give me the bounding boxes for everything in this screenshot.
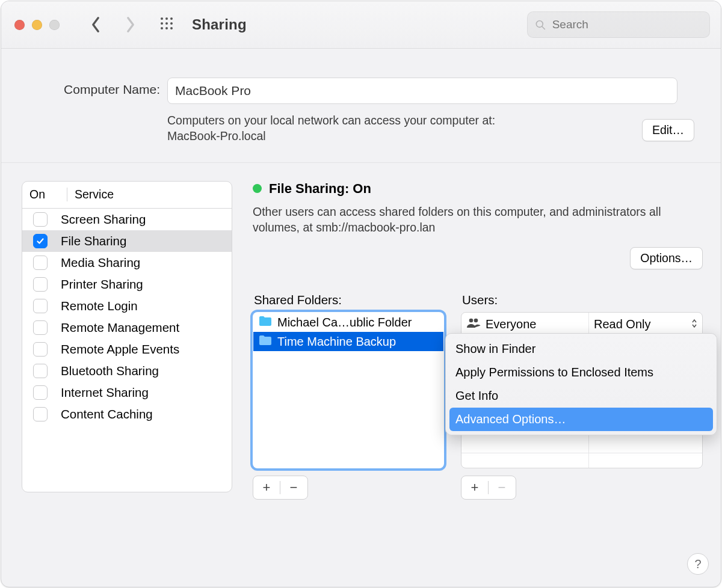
context-menu-item[interactable]: Advanced Options… [449, 408, 713, 431]
computer-name-input[interactable] [167, 78, 677, 104]
chevron-left-icon [90, 16, 101, 33]
service-toggle-checkbox[interactable] [33, 299, 48, 313]
computer-name-section: Computer Name: Computers on your local n… [1, 49, 721, 163]
options-button[interactable]: Options… [630, 247, 703, 269]
computer-name-description: Computers on your local network can acce… [167, 112, 588, 144]
remove-user-button: − [489, 480, 515, 495]
svg-point-2 [170, 17, 173, 20]
window-controls [14, 20, 60, 30]
services-col-service: Service [67, 188, 114, 201]
service-label: Remote Management [61, 320, 179, 335]
user-permission-value: Read Only [594, 317, 651, 331]
service-row[interactable]: Media Sharing [22, 252, 232, 274]
service-label: Internet Sharing [61, 385, 149, 400]
search-input[interactable] [551, 17, 702, 32]
search-icon [535, 19, 546, 31]
users-add-remove: + − [461, 476, 516, 500]
service-toggle-checkbox[interactable] [33, 212, 48, 227]
services-header-row: On Service [22, 182, 232, 209]
service-label: Printer Sharing [61, 277, 143, 292]
computer-name-label: Computer Name: [20, 78, 160, 97]
minimize-window-button[interactable] [32, 20, 42, 30]
svg-point-0 [161, 17, 163, 20]
svg-line-10 [542, 26, 545, 29]
user-name: Everyone [486, 317, 537, 331]
search-field[interactable] [527, 11, 710, 38]
svg-point-12 [474, 318, 478, 322]
svg-point-11 [469, 318, 474, 322]
status-indicator-icon [253, 184, 262, 193]
back-button[interactable] [84, 16, 108, 33]
svg-point-1 [165, 17, 168, 20]
svg-point-5 [170, 22, 173, 25]
zoom-window-button [49, 20, 60, 30]
close-window-button[interactable] [14, 20, 25, 30]
folder-icon [258, 315, 273, 330]
file-sharing-status-description: Other users can access shared folders on… [253, 204, 686, 236]
service-row[interactable]: Internet Sharing [22, 382, 232, 403]
shared-folders-add-remove: + − [253, 476, 308, 500]
service-toggle-checkbox[interactable] [33, 277, 48, 292]
svg-point-3 [161, 22, 163, 25]
service-toggle-checkbox[interactable] [33, 364, 48, 378]
service-row[interactable]: Printer Sharing [22, 274, 232, 295]
add-user-button[interactable]: + [461, 480, 488, 495]
service-row[interactable]: Remote Apple Events [22, 338, 232, 360]
context-menu-item[interactable]: Get Info [449, 384, 713, 408]
service-label: Bluetooth Sharing [61, 364, 159, 378]
shared-folders-column: Shared Folders: Michael Ca…ublic FolderT… [253, 293, 444, 500]
folder-context-menu[interactable]: Show in FinderApply Permissions to Enclo… [445, 333, 717, 435]
service-toggle-checkbox[interactable] [33, 320, 48, 335]
context-menu-item[interactable]: Apply Permissions to Enclosed Items [449, 361, 713, 384]
service-label: File Sharing [61, 234, 126, 248]
grid-icon [159, 16, 174, 31]
service-toggle-checkbox[interactable] [33, 342, 48, 357]
show-all-preferences-button[interactable] [153, 16, 181, 33]
service-toggle-checkbox[interactable] [33, 385, 48, 400]
service-toggle-checkbox[interactable] [33, 256, 48, 270]
service-label: Remote Apple Events [61, 342, 179, 357]
user-row-empty [461, 453, 702, 468]
service-row[interactable]: File Sharing [22, 230, 232, 252]
panel-title: Sharing [192, 16, 247, 33]
shared-folder-name: Michael Ca…ublic Folder [277, 316, 412, 329]
context-menu-item[interactable]: Show in Finder [449, 337, 713, 361]
service-row[interactable]: Bluetooth Sharing [22, 360, 232, 382]
service-label: Media Sharing [61, 256, 140, 270]
shared-folder-name: Time Machine Backup [277, 335, 396, 349]
svg-point-6 [161, 27, 163, 29]
service-row[interactable]: Content Caching [22, 403, 232, 425]
shared-folder-row[interactable]: Michael Ca…ublic Folder [253, 313, 443, 332]
services-list[interactable]: On Service Screen SharingFile SharingMed… [22, 181, 232, 492]
help-button[interactable]: ? [687, 553, 709, 575]
chevron-right-icon [125, 16, 136, 33]
shared-folders-header: Shared Folders: [254, 293, 444, 307]
service-label: Screen Sharing [61, 212, 146, 227]
stepper-icon [691, 317, 697, 331]
svg-point-4 [165, 22, 168, 25]
services-col-on: On [22, 188, 67, 201]
users-group-icon [466, 317, 481, 331]
service-row[interactable]: Remote Management [22, 317, 232, 338]
add-shared-folder-button[interactable]: + [253, 480, 280, 495]
service-toggle-checkbox[interactable] [33, 407, 48, 421]
shared-folder-row[interactable]: Time Machine Backup [253, 332, 443, 351]
file-sharing-status-title: File Sharing: On [269, 181, 371, 197]
service-label: Content Caching [61, 407, 153, 421]
service-row[interactable]: Screen Sharing [22, 209, 232, 230]
svg-point-8 [170, 27, 173, 29]
svg-point-7 [165, 27, 168, 29]
folder-icon [258, 334, 273, 349]
window-toolbar: Sharing [1, 1, 721, 49]
service-label: Remote Login [61, 299, 138, 313]
shared-folders-listbox[interactable]: Michael Ca…ublic FolderTime Machine Back… [253, 312, 444, 468]
users-header: Users: [462, 293, 703, 307]
user-permission-select[interactable]: Read Only [588, 313, 702, 335]
sharing-preferences-window: Sharing Computer Name: Computers on your… [1, 1, 721, 587]
forward-button [119, 16, 143, 33]
service-row[interactable]: Remote Login [22, 295, 232, 317]
remove-shared-folder-button[interactable]: − [280, 480, 307, 495]
service-toggle-checkbox[interactable] [33, 234, 48, 248]
edit-hostname-button[interactable]: Edit… [642, 119, 694, 141]
